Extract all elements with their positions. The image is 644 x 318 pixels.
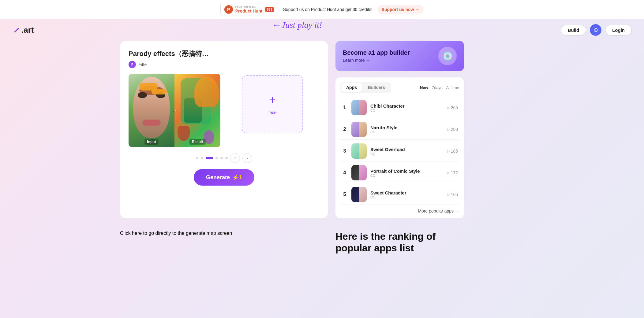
ranking-list: 1 Chibi Character CC ▷ 265	[340, 98, 459, 205]
ph-featured-label: FEATURED ON	[235, 6, 263, 9]
time-tabs: New 7days All time	[420, 85, 459, 90]
rank-img-right-2	[359, 122, 367, 137]
count-value-5: 165	[451, 192, 458, 197]
rank-num-5: 5	[342, 192, 348, 197]
rank-count-5: ▷ 165	[447, 192, 458, 197]
ranking-item-4[interactable]: 4 Portrait of Comic Style CC ▷ 172	[340, 163, 459, 183]
play-icon-5: ▷	[447, 193, 450, 197]
ph-text-block: FEATURED ON Product Hunt	[235, 6, 263, 13]
rank-img-left-3	[351, 143, 359, 159]
left-panel: ← Just play it! Parody effects（恶搞特… F Fi…	[120, 41, 328, 218]
builder-card[interactable]: Become a1 app builder Learn more → 💿	[335, 41, 464, 71]
carousel-dot-2[interactable]	[201, 157, 203, 159]
rank-img-3	[351, 143, 367, 159]
more-apps-link[interactable]: More popular apps →	[418, 209, 459, 213]
image-comparison: Input → Result	[129, 74, 220, 147]
login-button[interactable]: Login	[605, 25, 632, 35]
carousel-next-button[interactable]: ›	[242, 153, 252, 163]
rank-img-left-5	[351, 187, 359, 202]
rank-name-4: Portrait of Comic Style	[370, 168, 444, 174]
rank-tag-2: CC	[370, 130, 444, 134]
ranking-item-2[interactable]: 2 Naruto Style CC ▷ 203	[340, 119, 459, 140]
comparison-images: Input → Result	[129, 74, 220, 147]
comparison-arrow: →	[171, 107, 178, 114]
tab-builders[interactable]: Builders	[363, 83, 390, 92]
upload-box[interactable]: + face	[242, 75, 303, 133]
ranking-annotation: Here is the ranking of popular apps list	[335, 231, 464, 254]
play-icon-1: ▷	[447, 106, 450, 110]
logo-text: .art	[21, 25, 34, 35]
time-tab-alltime[interactable]: All time	[446, 85, 459, 90]
rank-info-4: Portrait of Comic Style CC	[370, 168, 444, 177]
banner-text: Support us on Product Hunt and get 30 cr…	[283, 7, 373, 12]
tabs-header: Apps Builders New 7days All time	[340, 82, 459, 93]
ph-badge[interactable]: P FEATURED ON Product Hunt 583	[220, 3, 278, 16]
lightning-icon: ⚡1	[232, 174, 242, 181]
logo[interactable]: ⟋ .art	[12, 25, 34, 35]
ranking-item-3[interactable]: 3 Sweet Overload CC ▷ 185	[340, 141, 459, 161]
rank-num-2: 2	[342, 127, 348, 132]
time-tab-7days[interactable]: 7days	[432, 85, 443, 90]
tab-apps[interactable]: Apps	[341, 83, 362, 92]
rank-img-5	[351, 187, 367, 202]
builder-card-link[interactable]: Learn more →	[343, 58, 370, 63]
app-title: Parody effects（恶搞特…	[129, 49, 320, 58]
builder-card-icon: 💿	[438, 47, 457, 65]
result-image: Result	[174, 74, 220, 147]
face-upload-area: + face	[225, 74, 320, 135]
rank-info-5: Sweet Character CC	[370, 190, 444, 199]
rank-info-3: Sweet Overload CC	[370, 147, 444, 156]
ph-count-badge: 583	[265, 7, 274, 12]
carousel-dot-3[interactable]	[206, 157, 213, 159]
carousel-dot-5[interactable]	[220, 157, 223, 159]
tabs-group: Apps Builders	[340, 82, 391, 93]
more-apps-area: More popular apps →	[340, 205, 459, 213]
bottom-section: Click here to go directly to the generat…	[108, 231, 536, 266]
count-value-1: 265	[451, 105, 458, 110]
generate-label: Generate	[206, 174, 230, 181]
demo-area: Input → Result	[129, 74, 320, 147]
discord-icon: ⊕	[593, 27, 598, 33]
rank-img-1	[351, 100, 367, 115]
rank-name-2: Naruto Style	[370, 125, 444, 130]
rank-img-right-3	[359, 143, 367, 159]
ranking-item-1[interactable]: 1 Chibi Character CC ▷ 265	[340, 98, 459, 118]
rank-name-5: Sweet Character	[370, 190, 444, 195]
discord-button[interactable]: ⊕	[590, 24, 601, 36]
rank-img-2	[351, 122, 367, 137]
main-content: ← Just play it! Parody effects（恶搞特… F Fi…	[108, 41, 536, 231]
carousel-controls: ‹ ›	[129, 153, 320, 163]
count-value-2: 203	[451, 127, 458, 132]
build-button[interactable]: Build	[561, 25, 586, 35]
carousel-dot-4[interactable]	[215, 157, 218, 159]
input-image: Input	[129, 74, 174, 147]
rank-img-right-5	[359, 187, 367, 202]
ph-logo-icon: P	[224, 5, 233, 14]
ranking-item-5[interactable]: 5 Sweet Character CC ▷ 165	[340, 184, 459, 205]
bottom-left: Click here to go directly to the generat…	[120, 231, 328, 254]
logo-icon: ⟋	[12, 25, 21, 35]
rank-name-1: Chibi Character	[370, 103, 444, 109]
rank-tag-5: CC	[370, 195, 444, 199]
upload-plus-icon: +	[269, 94, 275, 106]
count-value-4: 172	[451, 170, 458, 175]
carousel-dot-6[interactable]	[225, 157, 228, 159]
rank-tag-4: CC	[370, 174, 444, 177]
upload-label: face	[268, 110, 276, 115]
ph-title: Product Hunt	[235, 9, 263, 13]
time-tab-new[interactable]: New	[420, 85, 428, 90]
rank-tag-3: CC	[370, 152, 444, 156]
generate-button[interactable]: Generate ⚡1	[194, 169, 254, 186]
support-now-button[interactable]: Support us now →	[377, 5, 424, 14]
carousel-dot-1[interactable]	[196, 157, 198, 159]
builder-card-title: Become a1 app builder	[343, 49, 410, 56]
rank-img-right-1	[359, 100, 367, 115]
play-icon-3: ▷	[447, 149, 450, 153]
input-label: Input	[144, 139, 158, 145]
rank-num-3: 3	[342, 148, 348, 154]
carousel-prev-button[interactable]: ‹	[230, 153, 240, 163]
author-row: F Fitte	[129, 61, 320, 68]
author-avatar: F	[129, 61, 136, 68]
rank-tag-1: CC	[370, 109, 444, 112]
header: ⟋ .art Build ⊕ Login	[0, 19, 644, 41]
